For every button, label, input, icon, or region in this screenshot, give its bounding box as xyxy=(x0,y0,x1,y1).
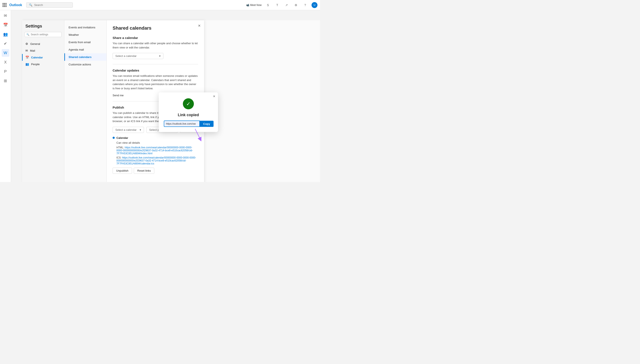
teams-icon[interactable]: T xyxy=(274,2,280,8)
action-buttons: Unpublish Reset links xyxy=(112,168,198,174)
share-section-desc: You can share a calendar with other peop… xyxy=(112,41,198,50)
settings-search-bar[interactable]: 🔍 xyxy=(24,32,62,37)
menu-customize-actions[interactable]: Customize actions xyxy=(64,61,106,68)
left-nav: ✉ 📅 👥 ✔ W X P ⊞ xyxy=(0,10,11,182)
popup-title: Link copied xyxy=(178,113,199,117)
skype-icon[interactable]: S xyxy=(265,2,271,8)
popup-url-input[interactable] xyxy=(164,121,200,127)
settings-icon[interactable]: ⚙ xyxy=(293,2,299,8)
app-launcher-icon[interactable] xyxy=(2,3,7,7)
unpublish-button[interactable]: Unpublish xyxy=(112,168,132,174)
general-icon: ⚙ xyxy=(26,42,28,46)
app-logo: Outlook xyxy=(9,3,22,7)
menu-agenda-mail[interactable]: Agenda mail xyxy=(64,46,106,53)
people-icon: 👥 xyxy=(26,62,29,66)
nav-excel-icon[interactable]: X xyxy=(2,58,9,66)
calendar-dot xyxy=(112,137,115,139)
link-copied-popup: ✕ ✓ Link copied Copy xyxy=(159,92,218,132)
can-view-label: Can view all details xyxy=(112,141,198,144)
shared-calendars-title: Shared calendars xyxy=(112,26,198,31)
nav-more-icon[interactable]: ⊞ xyxy=(2,77,9,85)
reset-links-button[interactable]: Reset links xyxy=(134,168,154,174)
settings-nav-calendar[interactable]: 📅 Calendar xyxy=(22,54,64,61)
nav-people-icon[interactable]: 👥 xyxy=(2,30,9,38)
divider xyxy=(112,64,198,64)
topbar-actions: 📹 Meet Now S T ↗ ⚙ ? U xyxy=(246,2,318,8)
html-link[interactable]: https://outlook.live.com/owa/calendar/00… xyxy=(116,146,193,155)
publish-calendar-select[interactable]: Select a calendar ▾ xyxy=(112,127,144,133)
settings-sidebar: Settings 🔍 ⚙ General ✉ Mail 📅 Calendar xyxy=(22,20,64,182)
settings-title: Settings xyxy=(22,24,64,32)
nav-ppt-icon[interactable]: P xyxy=(2,68,9,75)
share-section-heading: Share a calendar xyxy=(112,36,198,40)
app-body: ✉ 📅 👥 ✔ W X P ⊞ Settings 🔍 ⚙ G xyxy=(0,10,320,182)
topbar: Outlook 🔍 📹 Meet Now S T ↗ ⚙ ? U xyxy=(0,0,320,10)
ics-link[interactable]: https://outlook.live.com/owa/calendar/00… xyxy=(116,156,196,165)
share-icon[interactable]: ↗ xyxy=(284,2,290,8)
nav-tasks-icon[interactable]: ✔ xyxy=(2,40,9,48)
video-icon: 📹 xyxy=(246,4,249,6)
share-calendar-select[interactable]: Select a calendar ▾ xyxy=(112,53,164,59)
calendar-bullet: Calendar xyxy=(112,136,198,140)
popup-input-row: Copy xyxy=(164,121,213,127)
mail-icon: ✉ xyxy=(26,49,28,52)
menu-events-invitations[interactable]: Events and invitations xyxy=(64,24,106,31)
search-bar[interactable]: 🔍 xyxy=(26,2,73,8)
updates-section-heading: Calendar updates xyxy=(112,68,198,72)
success-icon: ✓ xyxy=(183,98,194,110)
calendar-icon: 📅 xyxy=(26,56,29,59)
chevron-down-icon: ▾ xyxy=(140,128,141,132)
search-input[interactable] xyxy=(34,4,62,6)
popup-close-button[interactable]: ✕ xyxy=(213,94,216,98)
search-icon: 🔍 xyxy=(26,33,30,36)
menu-weather[interactable]: Weather xyxy=(64,31,106,38)
nav-word-icon[interactable]: W xyxy=(2,49,9,57)
settings-search-input[interactable] xyxy=(31,33,60,36)
html-link-row: HTML: https://outlook.live.com/owa/calen… xyxy=(112,146,198,155)
settings-close-button[interactable]: ✕ xyxy=(198,24,201,28)
menu-shared-calendars[interactable]: Shared calendars xyxy=(64,53,106,61)
popup-copy-button[interactable]: Copy xyxy=(200,121,214,127)
ics-link-row: ICS: https://outlook.live.com/owa/calend… xyxy=(112,156,198,165)
settings-nav-people[interactable]: 👥 People xyxy=(22,61,64,68)
settings-nav-mail[interactable]: ✉ Mail xyxy=(22,47,64,54)
updates-section-desc: You can receive email notifications when… xyxy=(112,74,198,90)
avatar[interactable]: U xyxy=(312,2,318,8)
settings-nav-general[interactable]: ⚙ General xyxy=(22,40,64,47)
chevron-down-icon: ▾ xyxy=(159,54,161,58)
menu-events-from-email[interactable]: Events from email xyxy=(64,38,106,46)
search-icon: 🔍 xyxy=(29,4,32,6)
nav-calendar-icon[interactable]: 📅 xyxy=(2,21,9,29)
help-icon[interactable]: ? xyxy=(302,2,308,8)
nav-mail-icon[interactable]: ✉ xyxy=(2,12,9,20)
meet-now-button[interactable]: 📹 Meet Now xyxy=(246,4,262,6)
settings-menu: Events and invitations Weather Events fr… xyxy=(64,20,107,182)
